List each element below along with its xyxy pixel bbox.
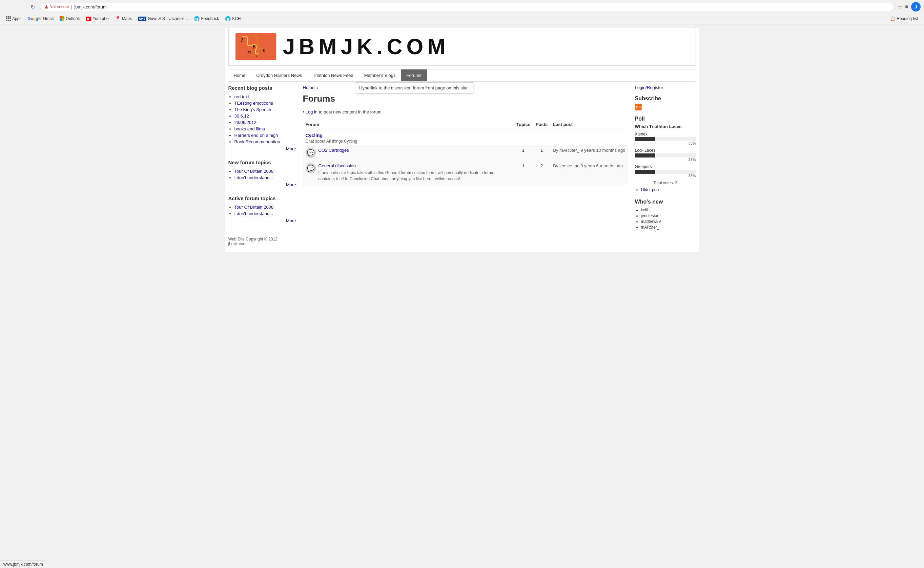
recent-post-link-1[interactable]: red text bbox=[234, 94, 249, 99]
poll-option-greepers: Greepers 33% bbox=[635, 164, 696, 178]
cycling-forum-link[interactable]: Cycling bbox=[305, 133, 323, 138]
address-bar-actions: ☆ ■ J bbox=[898, 2, 921, 12]
co2-topic-link[interactable]: CO2 Cartridges bbox=[319, 148, 349, 153]
breadcrumb-home[interactable]: Home bbox=[303, 85, 315, 90]
new-forum-topics-list: Tour Of Britain 2008 I don't understand.… bbox=[228, 169, 296, 180]
topic-info-general: General discussion If any particular top… bbox=[319, 163, 511, 182]
recent-post-link-3[interactable]: The King's Speech bbox=[234, 107, 271, 112]
main-layout: Recent blog posts red text TEesting emot… bbox=[228, 85, 696, 252]
poll-question: Which Triathlon Laces bbox=[635, 124, 696, 129]
list-item: red text bbox=[234, 94, 296, 99]
poll-option-xtenex: Xtenex 33% bbox=[635, 132, 696, 145]
poll-bar-fill-lock-laces bbox=[635, 153, 655, 157]
list-item: TEesting emoticons bbox=[234, 101, 296, 106]
list-item: books and films bbox=[234, 126, 296, 131]
poll-pct-xtenex: 33% bbox=[635, 141, 696, 145]
col-forum: Forum bbox=[303, 120, 514, 129]
older-polls-link[interactable]: Older polls bbox=[641, 187, 660, 192]
list-item: Tour Of Britain 2008 bbox=[234, 205, 296, 210]
general-topic-link[interactable]: General discussion bbox=[319, 163, 356, 168]
recent-post-link-7[interactable]: Harriers end on a high bbox=[234, 133, 278, 138]
new-topic-link-2[interactable]: I don't understand... bbox=[234, 175, 274, 180]
kch-icon: 🌐 bbox=[225, 16, 231, 21]
active-topic-link-1[interactable]: Tour Of Britain 2008 bbox=[234, 205, 274, 210]
login-link[interactable]: Log in bbox=[305, 109, 318, 115]
poll-heading: Poll bbox=[635, 116, 696, 122]
recent-post-link-5[interactable]: 23/06/2012 bbox=[234, 120, 257, 125]
topic-cell-co2: 💬 CO2 Cartridges bbox=[303, 145, 514, 160]
co2-last-post: By mAR5ter_ 9 years 10 months ago bbox=[550, 145, 628, 160]
new-forum-topics-more[interactable]: More bbox=[228, 182, 296, 187]
list-item: I don't understand... bbox=[234, 211, 296, 216]
svg-text:J: J bbox=[240, 38, 243, 43]
recent-posts-section: Recent blog posts red text TEesting emot… bbox=[228, 85, 296, 151]
site-title: JBMJK.COM bbox=[283, 34, 450, 59]
refresh-button[interactable]: ↻ bbox=[28, 2, 37, 12]
col-posts: Posts bbox=[533, 120, 550, 129]
bookmark-outlook[interactable]: Outlook bbox=[57, 15, 82, 22]
poll-bar-fill-greepers bbox=[635, 170, 655, 174]
active-topic-link-2[interactable]: I don't understand... bbox=[234, 211, 274, 216]
bookmark-maps[interactable]: 📍 Maps bbox=[112, 15, 135, 23]
site-logo: J B M J K bbox=[236, 33, 276, 60]
bookmark-kch[interactable]: 🌐 KCH bbox=[222, 15, 243, 23]
recent-post-link-8[interactable]: Book Recommendation bbox=[234, 139, 280, 144]
forward-button[interactable]: → bbox=[15, 2, 25, 12]
site-header: J B M J K JBMJK.COM bbox=[228, 28, 696, 66]
co2-topic-count: 1 bbox=[514, 145, 533, 160]
star-icon[interactable]: ☆ bbox=[898, 4, 902, 10]
general-post-count: 2 bbox=[533, 160, 550, 184]
site-nav: Home Croydon Harriers News Triathlon New… bbox=[228, 69, 696, 82]
not-secure-indicator: ! Not secure bbox=[44, 5, 69, 9]
main-content: Home › Forums • Log in to post new conte… bbox=[303, 85, 628, 252]
nav-forums[interactable]: Forums bbox=[401, 69, 427, 81]
bookmark-guys-st[interactable]: NHS Guys & ST vacancie... bbox=[135, 15, 191, 22]
new-forum-topics-section: New forum topics Tour Of Britain 2008 I … bbox=[228, 160, 296, 187]
browser-toolbar: ← → ↻ ! Not secure | jbmjk.com/forum ☆ ■… bbox=[0, 0, 924, 14]
extensions-icon[interactable]: ■ bbox=[905, 4, 909, 10]
bookmark-feedback[interactable]: 🌐 Feedback bbox=[191, 15, 222, 23]
svg-text:K: K bbox=[262, 49, 265, 53]
whos-new-section: Who's new keith jenstestac matthew89 mAR… bbox=[635, 199, 696, 230]
poll-section: Poll Which Triathlon Laces Xtenex 33% Lo… bbox=[635, 116, 696, 192]
recent-post-link-4[interactable]: 30.6.12 bbox=[234, 113, 249, 119]
nav-triathlon-news[interactable]: Triathlon News Feed bbox=[307, 69, 358, 81]
nav-home[interactable]: Home bbox=[228, 69, 251, 81]
col-last-post: Last post bbox=[550, 120, 628, 129]
browser-chrome: ← → ↻ ! Not secure | jbmjk.com/forum ☆ ■… bbox=[0, 0, 924, 24]
topic-info-co2: CO2 Cartridges bbox=[319, 148, 349, 153]
address-bar[interactable]: ! Not secure | jbmjk.com/forum bbox=[40, 3, 895, 11]
svg-text:M: M bbox=[247, 50, 251, 54]
forum-table: Forum Topics Posts Last post Cycling Cha… bbox=[303, 120, 628, 184]
recent-posts-more[interactable]: More bbox=[228, 146, 296, 151]
rss-icon[interactable]: RSS bbox=[635, 104, 642, 110]
cycling-forum-desc: Chat about All things Cycling bbox=[305, 139, 626, 144]
breadcrumb-arrow: › bbox=[317, 85, 319, 90]
svg-text:B: B bbox=[252, 44, 256, 50]
nav-forums-container: Forums Hyperlink to the discussion forum… bbox=[401, 69, 427, 81]
poll-option-label-greepers: Greepers bbox=[635, 164, 696, 169]
ms-icon bbox=[60, 16, 64, 21]
reading-list-button[interactable]: 📋 Reading list bbox=[888, 15, 921, 22]
bookmark-apps[interactable]: Apps bbox=[3, 15, 24, 22]
recent-post-link-2[interactable]: TEesting emoticons bbox=[234, 101, 273, 106]
user-avatar[interactable]: J bbox=[911, 2, 921, 12]
bookmark-youtube[interactable]: ▶ YouTube bbox=[83, 15, 111, 22]
login-register-link[interactable]: Login/Register bbox=[635, 85, 696, 90]
forum-section-cell: Cycling Chat about All things Cycling bbox=[303, 129, 628, 145]
topic-cell-general: 💬 General discussion If any particular t… bbox=[303, 160, 514, 184]
active-forum-topics-list: Tour Of Britain 2008 I don't understand.… bbox=[228, 205, 296, 216]
whos-new-list: keith jenstestac matthew89 mAR5ter_ bbox=[635, 208, 696, 230]
nav-members-blogs[interactable]: Member's Blogs bbox=[359, 69, 401, 81]
svg-text:J: J bbox=[256, 54, 258, 57]
subscribe-section: Subscribe RSS bbox=[635, 95, 696, 110]
bookmark-gmail[interactable]: Google Gmail bbox=[25, 15, 56, 22]
list-item: I don't understand... bbox=[234, 175, 296, 180]
list-item: The King's Speech bbox=[234, 107, 296, 112]
active-forum-topics-more[interactable]: More bbox=[228, 218, 296, 223]
new-topic-link-1[interactable]: Tour Of Britain 2008 bbox=[234, 169, 274, 174]
recent-post-link-6[interactable]: books and films bbox=[234, 126, 265, 131]
back-button[interactable]: ← bbox=[3, 2, 13, 12]
nav-croydon-harriers[interactable]: Croydon Harriers News bbox=[251, 69, 307, 81]
topic-icon-co2: 💬 bbox=[305, 148, 316, 158]
